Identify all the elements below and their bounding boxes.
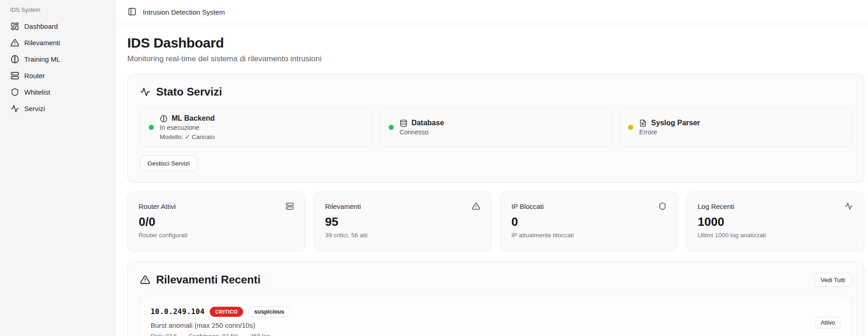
stat-sub: 39 critici, 56 alti	[325, 232, 480, 239]
service-detail: Modello: ✓ Caricato	[160, 133, 215, 140]
detection-row: 10.0.249.104 CRITICO suspicious Burst an…	[140, 296, 852, 336]
dashboard-icon	[11, 22, 19, 31]
alert-triangle-icon	[472, 202, 480, 210]
file-text-icon	[639, 119, 647, 127]
stat-value: 0	[511, 215, 667, 229]
stat-value: 1000	[698, 215, 853, 229]
sidebar-title: IDS System	[6, 5, 108, 18]
view-all-button[interactable]: Vedi Tutti	[814, 273, 852, 287]
page-subtitle: Monitoring real-time del sistema di rile…	[127, 54, 864, 64]
stat-label: Router Attivi	[139, 203, 176, 210]
sidebar-item-label: Rilevamenti	[24, 39, 60, 47]
service-card-syslog-parser: Syslog Parser Errore	[619, 107, 852, 147]
detection-log-count: 368 log	[250, 333, 270, 336]
activity-icon	[845, 202, 853, 210]
manage-services-button[interactable]: Gestisci Servizi	[140, 155, 197, 171]
sidebar-item-label: Servizi	[24, 105, 45, 112]
sidebar-item-router[interactable]: Router	[6, 67, 108, 84]
stat-sub: IP attualmente bloccati	[511, 232, 667, 239]
detection-confidence: Confidence: 87.6%	[189, 333, 239, 336]
stat-value: 0/0	[139, 215, 294, 229]
severity-badge: CRITICO	[210, 307, 243, 317]
app-header: Intrusion Detection System	[115, 0, 868, 24]
services-grid: ML Backend In esecuzione Modello: ✓ Cari…	[140, 107, 852, 147]
router-icon	[11, 71, 19, 80]
sidebar-item-label: Router	[24, 72, 45, 80]
database-icon	[400, 119, 407, 127]
service-card-database: Database Connesso	[380, 107, 612, 147]
detection-state-badge: Attivo	[815, 317, 841, 329]
service-name: Database	[412, 119, 444, 127]
shield-icon	[658, 202, 667, 210]
brain-icon	[11, 55, 19, 64]
stat-sub: Ultimi 1000 log analizzati	[698, 232, 853, 239]
service-name: ML Backend	[172, 114, 215, 123]
router-icon	[286, 202, 294, 210]
shield-icon	[11, 88, 19, 96]
stat-label: IP Bloccati	[511, 203, 544, 210]
sidebar-item-training-ml[interactable]: Training ML	[6, 51, 108, 67]
stat-card-router-attivi: Router Attivi 0/0 Router configurati	[127, 192, 305, 251]
activity-icon	[140, 87, 150, 97]
detection-ip: 10.0.249.104	[151, 308, 205, 316]
sidebar-item-label: Whitelist	[24, 88, 50, 96]
stat-card-log-recenti: Log Recenti 1000 Ultimi 1000 log analizz…	[686, 192, 864, 251]
stat-value: 95	[325, 215, 480, 229]
detections-section-title: Rilevamenti Recenti	[156, 273, 260, 287]
page-title: IDS Dashboard	[127, 35, 864, 51]
stat-card-ip-bloccati: IP Bloccati 0 IP attualmente bloccati	[500, 192, 678, 251]
detection-description: Burst anomali (max 250 conn/10s)	[151, 321, 290, 329]
stat-sub: Router configurati	[139, 232, 294, 239]
services-section: Stato Servizi ML Backend In esecuzione M…	[127, 74, 864, 183]
status-dot	[628, 125, 633, 130]
service-card-ml-backend: ML Backend In esecuzione Modello: ✓ Cari…	[140, 107, 372, 147]
page-content: IDS Dashboard Monitoring real-time del s…	[115, 24, 868, 336]
sidebar: IDS System Dashboard Rilevamenti Trainin…	[0, 0, 115, 336]
service-status: Errore	[639, 128, 700, 136]
main-area: Intrusion Detection System IDS Dashboard…	[115, 0, 868, 336]
sidebar-item-servizi[interactable]: Servizi	[6, 100, 108, 117]
stat-card-rilevamenti: Rilevamenti 95 39 critici, 56 alti	[314, 192, 492, 251]
alert-triangle-icon	[11, 38, 19, 47]
sidebar-item-label: Training ML	[24, 55, 60, 63]
service-name: Syslog Parser	[651, 119, 700, 127]
sidebar-toggle-button[interactable]	[127, 7, 136, 16]
stat-label: Rilevamenti	[325, 203, 361, 210]
detections-section: Rilevamenti Recenti Vedi Tutti 10.0.249.…	[127, 261, 864, 336]
status-dot	[149, 125, 154, 130]
sidebar-item-whitelist[interactable]: Whitelist	[6, 84, 108, 100]
panel-left-icon	[128, 7, 136, 16]
alert-triangle-icon	[140, 275, 150, 285]
services-section-header: Stato Servizi	[140, 85, 852, 99]
stat-label: Log Recenti	[698, 203, 734, 210]
header-title: Intrusion Detection System	[143, 8, 225, 16]
app-root: IDS System Dashboard Rilevamenti Trainin…	[0, 0, 868, 336]
brain-icon	[160, 115, 168, 123]
sidebar-item-rilevamenti[interactable]: Rilevamenti	[6, 34, 108, 51]
sidebar-item-dashboard[interactable]: Dashboard	[6, 18, 108, 34]
service-status: In esecuzione	[160, 124, 215, 131]
sidebar-item-label: Dashboard	[24, 22, 58, 30]
detections-section-header: Rilevamenti Recenti	[140, 273, 260, 287]
stats-grid: Router Attivi 0/0 Router configurati Ril…	[127, 192, 864, 251]
sidebar-nav: Dashboard Rilevamenti Training ML Router…	[6, 18, 108, 117]
detection-risk: Risk: 87.6	[151, 333, 177, 336]
tag-badge: suspicious	[248, 306, 290, 317]
service-status: Connesso	[400, 128, 444, 136]
activity-icon	[11, 104, 19, 113]
services-section-title: Stato Servizi	[156, 85, 222, 99]
status-dot	[389, 125, 394, 130]
